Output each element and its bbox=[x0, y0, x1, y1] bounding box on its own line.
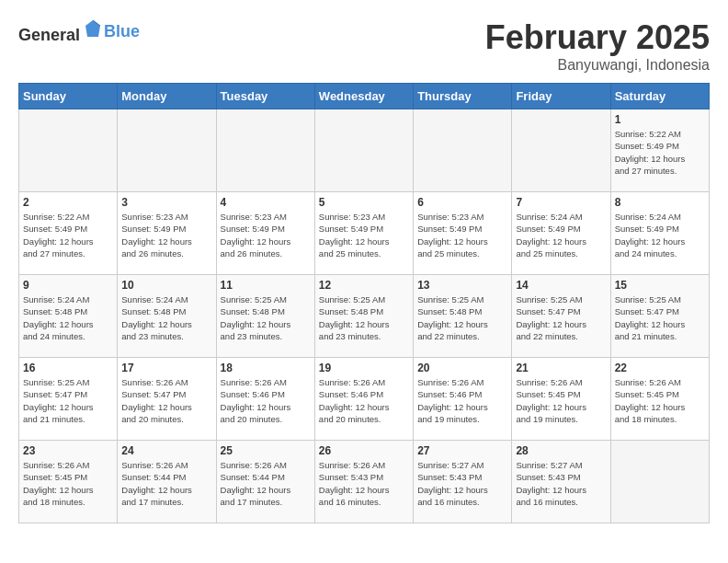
weekday-header-cell: Sunday bbox=[19, 84, 118, 109]
calendar-cell: 23Sunrise: 5:26 AM Sunset: 5:45 PM Dayli… bbox=[19, 441, 118, 523]
day-info: Sunrise: 5:26 AM Sunset: 5:47 PM Dayligh… bbox=[121, 376, 211, 425]
calendar-week-row: 23Sunrise: 5:26 AM Sunset: 5:45 PM Dayli… bbox=[19, 441, 710, 523]
day-info: Sunrise: 5:24 AM Sunset: 5:49 PM Dayligh… bbox=[615, 211, 705, 259]
calendar-cell: 2Sunrise: 5:22 AM Sunset: 5:49 PM Daylig… bbox=[19, 192, 118, 275]
calendar-cell: 4Sunrise: 5:23 AM Sunset: 5:49 PM Daylig… bbox=[216, 192, 314, 275]
day-number: 6 bbox=[417, 196, 507, 209]
calendar-cell bbox=[216, 109, 314, 192]
day-info: Sunrise: 5:25 AM Sunset: 5:48 PM Dayligh… bbox=[319, 293, 409, 342]
day-info: Sunrise: 5:26 AM Sunset: 5:43 PM Dayligh… bbox=[319, 459, 409, 508]
day-number: 13 bbox=[417, 279, 507, 292]
day-number: 7 bbox=[516, 196, 606, 209]
day-number: 24 bbox=[121, 444, 211, 457]
day-number: 9 bbox=[23, 279, 113, 292]
calendar-cell bbox=[512, 109, 610, 192]
calendar-cell: 22Sunrise: 5:26 AM Sunset: 5:45 PM Dayli… bbox=[610, 358, 709, 441]
day-info: Sunrise: 5:24 AM Sunset: 5:49 PM Dayligh… bbox=[516, 211, 606, 259]
day-number: 21 bbox=[516, 362, 606, 374]
day-number: 11 bbox=[221, 279, 311, 292]
day-number: 12 bbox=[319, 279, 409, 292]
calendar-cell: 18Sunrise: 5:26 AM Sunset: 5:46 PM Dayli… bbox=[216, 358, 314, 441]
day-info: Sunrise: 5:22 AM Sunset: 5:49 PM Dayligh… bbox=[23, 211, 113, 259]
logo-icon bbox=[82, 18, 104, 40]
calendar-cell: 13Sunrise: 5:25 AM Sunset: 5:48 PM Dayli… bbox=[414, 275, 512, 358]
calendar-week-row: 9Sunrise: 5:24 AM Sunset: 5:48 PM Daylig… bbox=[19, 275, 710, 358]
calendar-title: February 2025 bbox=[485, 18, 710, 57]
day-number: 8 bbox=[615, 196, 705, 209]
day-info: Sunrise: 5:26 AM Sunset: 5:44 PM Dayligh… bbox=[121, 459, 211, 508]
weekday-header-cell: Friday bbox=[512, 84, 610, 109]
day-info: Sunrise: 5:27 AM Sunset: 5:43 PM Dayligh… bbox=[516, 459, 606, 508]
day-info: Sunrise: 5:26 AM Sunset: 5:46 PM Dayligh… bbox=[221, 376, 311, 425]
calendar-table: SundayMondayTuesdayWednesdayThursdayFrid… bbox=[18, 83, 710, 523]
calendar-cell bbox=[314, 109, 413, 192]
day-number: 22 bbox=[615, 362, 705, 374]
day-info: Sunrise: 5:23 AM Sunset: 5:49 PM Dayligh… bbox=[221, 211, 311, 259]
calendar-cell: 28Sunrise: 5:27 AM Sunset: 5:43 PM Dayli… bbox=[512, 441, 610, 523]
day-number: 20 bbox=[417, 362, 507, 374]
weekday-header-cell: Monday bbox=[118, 84, 216, 109]
calendar-cell: 3Sunrise: 5:23 AM Sunset: 5:49 PM Daylig… bbox=[118, 192, 216, 275]
day-info: Sunrise: 5:25 AM Sunset: 5:47 PM Dayligh… bbox=[516, 293, 606, 342]
weekday-header-row: SundayMondayTuesdayWednesdayThursdayFrid… bbox=[19, 84, 710, 109]
day-number: 5 bbox=[319, 196, 409, 209]
calendar-cell: 16Sunrise: 5:25 AM Sunset: 5:47 PM Dayli… bbox=[19, 358, 118, 441]
weekday-header-cell: Wednesday bbox=[314, 84, 413, 109]
day-number: 16 bbox=[23, 362, 113, 374]
calendar-cell: 19Sunrise: 5:26 AM Sunset: 5:46 PM Dayli… bbox=[314, 358, 413, 441]
day-info: Sunrise: 5:22 AM Sunset: 5:49 PM Dayligh… bbox=[615, 128, 705, 177]
calendar-cell: 7Sunrise: 5:24 AM Sunset: 5:49 PM Daylig… bbox=[512, 192, 610, 275]
day-info: Sunrise: 5:25 AM Sunset: 5:47 PM Dayligh… bbox=[615, 293, 705, 342]
calendar-cell bbox=[414, 109, 512, 192]
weekday-header-cell: Thursday bbox=[414, 84, 512, 109]
calendar-cell: 10Sunrise: 5:24 AM Sunset: 5:48 PM Dayli… bbox=[118, 275, 216, 358]
calendar-cell: 5Sunrise: 5:23 AM Sunset: 5:49 PM Daylig… bbox=[314, 192, 413, 275]
calendar-cell: 9Sunrise: 5:24 AM Sunset: 5:48 PM Daylig… bbox=[19, 275, 118, 358]
day-info: Sunrise: 5:24 AM Sunset: 5:48 PM Dayligh… bbox=[23, 293, 113, 342]
day-number: 28 bbox=[516, 444, 606, 457]
calendar-cell bbox=[19, 109, 118, 192]
logo-general: General bbox=[18, 26, 80, 44]
day-info: Sunrise: 5:23 AM Sunset: 5:49 PM Dayligh… bbox=[319, 211, 409, 259]
day-number: 4 bbox=[221, 196, 311, 209]
day-number: 2 bbox=[23, 196, 113, 209]
day-number: 26 bbox=[319, 444, 409, 457]
day-number: 25 bbox=[221, 444, 311, 457]
day-info: Sunrise: 5:23 AM Sunset: 5:49 PM Dayligh… bbox=[417, 211, 507, 259]
day-number: 19 bbox=[319, 362, 409, 374]
calendar-cell: 14Sunrise: 5:25 AM Sunset: 5:47 PM Dayli… bbox=[512, 275, 610, 358]
logo-blue: Blue bbox=[104, 22, 140, 41]
calendar-cell: 8Sunrise: 5:24 AM Sunset: 5:49 PM Daylig… bbox=[610, 192, 709, 275]
day-info: Sunrise: 5:26 AM Sunset: 5:45 PM Dayligh… bbox=[516, 376, 606, 425]
weekday-header-cell: Saturday bbox=[610, 84, 709, 109]
day-info: Sunrise: 5:26 AM Sunset: 5:44 PM Dayligh… bbox=[221, 459, 311, 508]
day-number: 15 bbox=[615, 279, 705, 292]
calendar-cell: 15Sunrise: 5:25 AM Sunset: 5:47 PM Dayli… bbox=[610, 275, 709, 358]
day-info: Sunrise: 5:25 AM Sunset: 5:47 PM Dayligh… bbox=[23, 376, 113, 425]
day-info: Sunrise: 5:25 AM Sunset: 5:48 PM Dayligh… bbox=[417, 293, 507, 342]
calendar-cell: 26Sunrise: 5:26 AM Sunset: 5:43 PM Dayli… bbox=[314, 441, 413, 523]
day-number: 10 bbox=[121, 279, 211, 292]
calendar-cell bbox=[610, 441, 709, 523]
logo: General Blue bbox=[18, 18, 140, 45]
title-section: February 2025 Banyuwangi, Indonesia bbox=[485, 18, 710, 74]
day-number: 1 bbox=[615, 113, 705, 126]
calendar-cell: 11Sunrise: 5:25 AM Sunset: 5:48 PM Dayli… bbox=[216, 275, 314, 358]
day-number: 18 bbox=[221, 362, 311, 374]
calendar-cell: 6Sunrise: 5:23 AM Sunset: 5:49 PM Daylig… bbox=[414, 192, 512, 275]
calendar-cell: 12Sunrise: 5:25 AM Sunset: 5:48 PM Dayli… bbox=[314, 275, 413, 358]
calendar-cell: 21Sunrise: 5:26 AM Sunset: 5:45 PM Dayli… bbox=[512, 358, 610, 441]
day-number: 23 bbox=[23, 444, 113, 457]
day-info: Sunrise: 5:25 AM Sunset: 5:48 PM Dayligh… bbox=[221, 293, 311, 342]
day-info: Sunrise: 5:26 AM Sunset: 5:45 PM Dayligh… bbox=[615, 376, 705, 425]
calendar-cell: 24Sunrise: 5:26 AM Sunset: 5:44 PM Dayli… bbox=[118, 441, 216, 523]
weekday-header-cell: Tuesday bbox=[216, 84, 314, 109]
day-number: 17 bbox=[121, 362, 211, 374]
calendar-cell: 1Sunrise: 5:22 AM Sunset: 5:49 PM Daylig… bbox=[610, 109, 709, 192]
calendar-cell: 20Sunrise: 5:26 AM Sunset: 5:46 PM Dayli… bbox=[414, 358, 512, 441]
day-info: Sunrise: 5:23 AM Sunset: 5:49 PM Dayligh… bbox=[121, 211, 211, 259]
calendar-subtitle: Banyuwangi, Indonesia bbox=[485, 57, 710, 74]
calendar-week-row: 1Sunrise: 5:22 AM Sunset: 5:49 PM Daylig… bbox=[19, 109, 710, 192]
calendar-body: 1Sunrise: 5:22 AM Sunset: 5:49 PM Daylig… bbox=[19, 109, 710, 523]
day-number: 14 bbox=[516, 279, 606, 292]
